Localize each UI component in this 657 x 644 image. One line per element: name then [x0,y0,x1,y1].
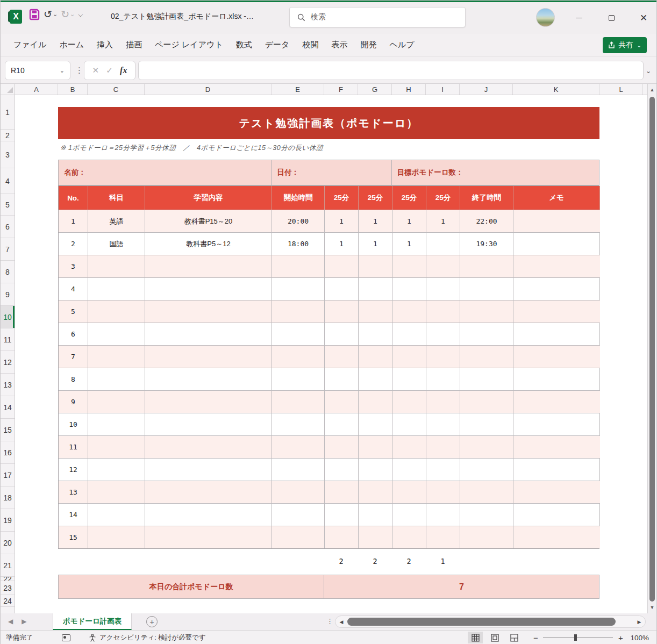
ribbon-tab-home[interactable]: ホーム [53,34,90,56]
undo-button[interactable]: ↺⌄ [44,8,58,20]
cell-r1-c0[interactable]: 1 [59,210,88,232]
tabstrip-handle[interactable]: ⋮ [326,617,333,625]
cell-r7-c0[interactable]: 7 [59,345,88,368]
cell-r9-c3[interactable] [272,390,325,413]
cell-r6-c8[interactable] [460,323,513,345]
cell-r1-c2[interactable]: 教科書P15～20 [145,210,272,232]
ribbon-tab-file[interactable]: ファイル [7,34,53,56]
cell-r8-c2[interactable] [145,368,272,390]
customize-qat-button[interactable]: ⌵ [78,11,83,18]
cell-r10-c2[interactable] [145,413,272,435]
row-header-12[interactable]: 12 [1,351,15,374]
cell-r15-c5[interactable] [359,526,392,548]
cell-r2-c7[interactable] [426,232,460,255]
cell-r13-c4[interactable] [325,481,359,503]
zoom-level[interactable]: 100% [630,634,649,642]
formula-input[interactable] [138,61,644,80]
name-field-cell[interactable]: 名前： [59,160,272,185]
cell-r1-c6[interactable]: 1 [392,210,426,232]
cell-r15-c1[interactable] [88,526,145,548]
insert-function-button[interactable]: fx [120,66,127,75]
cell-r6-c6[interactable] [392,323,426,345]
cell-r8-c7[interactable] [426,368,460,390]
cell-r14-c8[interactable] [460,503,513,526]
cell-r11-c6[interactable] [392,435,426,458]
cell-r5-c7[interactable] [426,300,460,323]
total-value-cell[interactable]: 7 [324,575,599,598]
cell-r3-c9[interactable] [513,255,600,277]
cell-r13-c5[interactable] [359,481,392,503]
cell-r9-c8[interactable] [460,390,513,413]
column-header-E[interactable]: E [272,84,324,95]
share-button[interactable]: 共有 ⌄ [603,37,647,53]
scroll-up-icon[interactable]: ▲ [648,85,656,95]
cell-r6-c7[interactable] [426,323,460,345]
cell-r8-c5[interactable] [359,368,392,390]
cell-r3-c7[interactable] [426,255,460,277]
column-header-J[interactable]: J [460,84,513,95]
sum-cell-3[interactable]: 1 [426,555,460,567]
macro-record-icon[interactable] [62,634,70,641]
cell-r10-c7[interactable] [426,413,460,435]
row-header-19[interactable]: 19 [1,509,15,532]
cell-r13-c7[interactable] [426,481,460,503]
cell-r6-c3[interactable] [272,323,325,345]
goal-pomodoro-cell[interactable]: 目標ポモドーロ数： [392,160,599,185]
cell-r14-c9[interactable] [513,503,600,526]
row-header-24[interactable]: 24 [1,595,15,607]
cell-r9-c6[interactable] [392,390,426,413]
cell-r4-c4[interactable] [325,277,359,300]
row-header-3[interactable]: 3 [1,141,15,168]
table-header-cell-1[interactable]: 科目 [88,186,145,210]
row-header-11[interactable]: 11 [1,328,15,351]
column-header-G[interactable]: G [358,84,392,95]
cell-r15-c3[interactable] [272,526,325,548]
row-header-1[interactable]: 1 [1,95,15,130]
cell-r7-c2[interactable] [145,345,272,368]
name-box-chevron-icon[interactable]: ⌄ [60,67,65,74]
maximize-button[interactable] [601,10,622,25]
cell-r14-c6[interactable] [392,503,426,526]
select-all-corner[interactable] [1,84,15,95]
cell-r12-c4[interactable] [325,458,359,481]
formula-bar-handle[interactable]: ⋮ [75,66,83,75]
column-header-H[interactable]: H [392,84,426,95]
column-header-I[interactable]: I [426,84,460,95]
table-header-cell-6[interactable]: 25分 [392,186,426,210]
row-header-7[interactable]: 7 [1,238,15,261]
cell-r10-c8[interactable] [460,413,513,435]
cell-r11-c5[interactable] [359,435,392,458]
cell-r3-c5[interactable] [359,255,392,277]
zoom-slider[interactable] [543,632,613,643]
cell-r7-c1[interactable] [88,345,145,368]
cell-r15-c4[interactable] [325,526,359,548]
ribbon-tab-review[interactable]: 校閲 [296,34,325,56]
close-button[interactable]: ✕ [633,10,654,25]
pomodoro-note[interactable]: ※ 1ポモドーロ＝25分学習＋5分休憩 ／ 4ポモドーロごとに15～30分の長い… [60,144,323,153]
row-header-8[interactable]: 8 [1,261,15,283]
row-header-5[interactable]: 5 [1,194,15,216]
cell-r14-c5[interactable] [359,503,392,526]
cell-r10-c0[interactable]: 10 [59,413,88,435]
cell-r7-c6[interactable] [392,345,426,368]
cell-r14-c2[interactable] [145,503,272,526]
scroll-left-icon[interactable]: ◀ [337,616,346,627]
redo-chevron-icon[interactable]: ⌄ [70,11,75,18]
cell-r7-c3[interactable] [272,345,325,368]
cell-r10-c4[interactable] [325,413,359,435]
row-header-13[interactable]: 13 [1,374,15,396]
cell-r11-c9[interactable] [513,435,600,458]
cell-r7-c9[interactable] [513,345,600,368]
sheet-area[interactable]: テスト勉強計画表（ポモドーロ） ※ 1ポモドーロ＝25分学習＋5分休憩 ／ 4ポ… [15,95,647,613]
cell-r1-c8[interactable]: 22:00 [460,210,513,232]
cell-r2-c8[interactable]: 19:30 [460,232,513,255]
cell-r1-c4[interactable]: 1 [325,210,359,232]
cell-r7-c8[interactable] [460,345,513,368]
cell-r6-c5[interactable] [359,323,392,345]
sum-cell-0[interactable]: 2 [324,555,358,567]
row-header-21[interactable]: 21 [1,554,15,577]
cell-r6-c4[interactable] [325,323,359,345]
cell-r8-c9[interactable] [513,368,600,390]
row-header-23[interactable]: 23 [1,581,15,595]
cell-r5-c3[interactable] [272,300,325,323]
